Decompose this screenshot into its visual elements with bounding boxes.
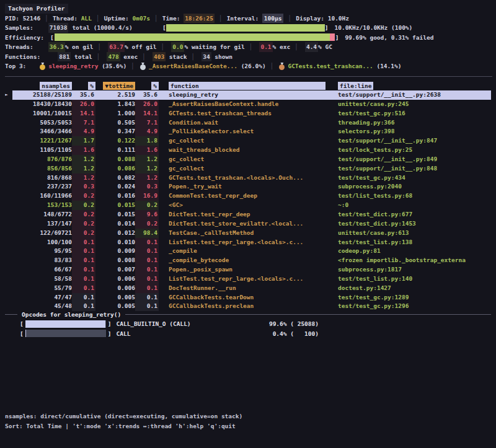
footer-help-nsamples: nsamples: direct/cumulative (direct=exec… [5, 411, 242, 421]
bar-close: ] [108, 330, 112, 337]
cell-p2: 4.9 [135, 127, 159, 136]
cell-n: 47/47 [12, 293, 72, 302]
threads-stat-text: % off gil [125, 42, 156, 52]
table-row[interactable]: 100/1000.10.0100.1ListTest.test_repr_lar… [5, 238, 491, 247]
cell-fl: unittest/case.py:613 [328, 229, 491, 238]
table-row[interactable]: 137/1470.20.0140.2DictTest.test_store_ev… [5, 219, 491, 229]
divider: │ [249, 42, 253, 52]
table-row[interactable]: 160/119660.20.01616.9CommonTest.test_rep… [5, 191, 491, 201]
cell-fl: test/lock_tests.py:25 [328, 146, 491, 155]
cell-p1: 0.1 [72, 284, 95, 293]
cell-p2: 0.3 [135, 182, 159, 191]
col-tottime-sorted[interactable]: ▼tottime [95, 82, 135, 90]
cell-p1: 0.2 [72, 191, 95, 201]
table-row[interactable]: 66/670.10.0070.1Popen._posix_spawnsubpro… [5, 265, 491, 275]
cell-fn: GCTests.test_trashcan_threads [159, 109, 328, 118]
thread-label: Thread: [53, 14, 78, 24]
app-title: Tachyon Profiler [5, 4, 68, 14]
pid-value: 52146 [23, 14, 41, 24]
opcode-pct: 0.4% ( 100) [268, 330, 319, 337]
display-value: 10.0Hz [328, 14, 349, 24]
cell-p2: 98.4 [135, 229, 159, 238]
table-row[interactable]: 1105/11051.60.1111.6wait_threads_blocked… [5, 146, 491, 155]
threads-stat-value: 36.3 [48, 42, 65, 52]
cell-tt: 0.006 [95, 284, 135, 293]
table-row[interactable]: 876/8761.20.0881.2gc_collecttest/support… [5, 155, 491, 164]
cell-fl: threading.py:366 [328, 118, 491, 128]
cell-tt: 1.843 [95, 100, 135, 109]
cell-n: 153/153 [12, 201, 72, 210]
cell-fl: ~:0 [328, 201, 491, 210]
bar-open: [ [50, 33, 54, 43]
cell-n: 1105/1105 [12, 146, 72, 155]
table-row[interactable]: 18430/1843026.01.84326.0_AssertRaisesBas… [5, 100, 491, 109]
threads-stat-value: 0.0 [171, 42, 184, 52]
profiler-screen: Tachyon Profiler PID: 52146 │ Thread: AL… [0, 0, 496, 448]
cell-fl: test/support/__init__.py:848 [328, 164, 491, 173]
cell-fn: sleeping_retry [159, 90, 328, 100]
table-row[interactable]: 237/2370.30.0240.3Popen._try_waitsubproc… [5, 182, 491, 191]
functions-stat-text: exec [120, 52, 138, 62]
table-row[interactable]: ►25188/2518935.62.51935.6sleeping_retryt… [5, 90, 491, 100]
cell-n: 237/237 [12, 182, 72, 191]
table-row[interactable]: 816/8681.20.0821.2GCTests.test_trashcan.… [5, 173, 491, 183]
cell-p2: 1.6 [135, 146, 159, 155]
table-row[interactable]: 122/697210.20.01298.4TestCase._callTestM… [5, 229, 491, 238]
cell-p1: 0.1 [72, 247, 95, 256]
table-row[interactable]: 856/8561.20.0861.2gc_collecttest/support… [5, 164, 491, 173]
functions-stat-text: shown [211, 52, 232, 62]
table-row[interactable]: 148/67720.20.0159.6DictTest.test_repr_de… [5, 210, 491, 219]
cell-p2: 26.0 [135, 100, 159, 109]
threads-line: Threads: 36.3% on gil│63.7% off gil│0.0%… [5, 42, 491, 52]
threads-stat-text: % waiting for gil [184, 42, 244, 52]
cell-p1: 4.9 [72, 127, 95, 136]
cell-p2: 0.2 [135, 201, 159, 210]
cell-n: 10001/10015 [12, 109, 72, 118]
col-function[interactable]: function [159, 82, 328, 90]
functions-table: nsamples % ▼tottime % function file:line… [5, 81, 491, 311]
header: Tachyon Profiler PID: 52146 │ Thread: AL… [5, 4, 491, 71]
col-nsamples[interactable]: nsamples [12, 82, 72, 90]
interval-label: Interval: [227, 14, 259, 24]
table-row[interactable]: 10001/1001514.11.00014.1GCTests.test_tra… [5, 109, 491, 118]
threads-stat-value: 63.7 [108, 42, 125, 52]
cell-fn: DictTest.test_repr_deep [159, 210, 328, 219]
table-row[interactable]: 3466/34664.90.3474.9_PollLikeSelector.se… [5, 127, 491, 136]
cell-fn: gc_collect [159, 164, 328, 173]
table-row[interactable]: 58/580.10.0060.1ListTest.test_repr_large… [5, 275, 491, 284]
bronze-medal-icon [279, 63, 285, 70]
cell-tt: 0.082 [95, 173, 135, 183]
threads-label: Threads: [5, 42, 33, 52]
threads-stat-text: % on gil [65, 42, 94, 52]
table-row[interactable]: 95/950.10.0090.1_compilecodeop.py:81 [5, 247, 491, 256]
cell-tt: 0.122 [95, 136, 135, 146]
functions-label: Functions: [5, 52, 40, 62]
cell-tt: 0.006 [95, 275, 135, 284]
table-row[interactable]: 5053/50537.10.5057.1Condition.waitthread… [5, 118, 491, 128]
cell-p1: 1.2 [72, 164, 95, 173]
table-row[interactable]: 153/1530.20.0150.2<GC>~:0 [5, 201, 491, 210]
cell-tt: 0.111 [95, 146, 135, 155]
table-row[interactable]: 83/830.10.0080.1_compile_bytecode<frozen… [5, 256, 491, 265]
thread-value[interactable]: ALL [81, 14, 92, 24]
table-row[interactable]: 47/470.10.0050.1GCCallbackTests.tearDown… [5, 293, 491, 302]
cell-p1: 0.1 [72, 265, 95, 275]
samples-total: 71038 [48, 23, 69, 33]
opcodes-rows: []CALL_BUILTIN_O (CALL)99.6% ( 25088)[]C… [5, 319, 491, 338]
cell-fl: subprocess.py:1817 [328, 265, 491, 275]
cell-fn: Condition.wait [159, 118, 328, 128]
cell-fl: selectors.py:398 [328, 127, 491, 136]
table-row[interactable]: 1221/12671.70.1221.8gc_collecttest/suppo… [5, 136, 491, 146]
status-line: PID: 52146 │ Thread: ALL │ Uptime: 0m07s… [5, 14, 491, 24]
footer: nsamples: direct/cumulative (direct=exec… [5, 411, 242, 431]
bar-close: ] [335, 33, 339, 43]
col-pct-direct[interactable]: % [72, 82, 95, 90]
cell-fl: subprocess.py:2040 [328, 182, 491, 191]
col-pct-cumulative[interactable]: % [135, 82, 159, 90]
col-file-line[interactable]: file:line [328, 82, 491, 90]
cell-tt: 0.086 [95, 164, 135, 173]
table-row[interactable]: 55/790.10.0060.1DocTestRunner.__rundocte… [5, 284, 491, 293]
cell-p2: 0.2 [135, 219, 159, 229]
samples-detail: total (10000.4/s) [72, 23, 132, 33]
cell-fn: <GC> [159, 201, 328, 210]
